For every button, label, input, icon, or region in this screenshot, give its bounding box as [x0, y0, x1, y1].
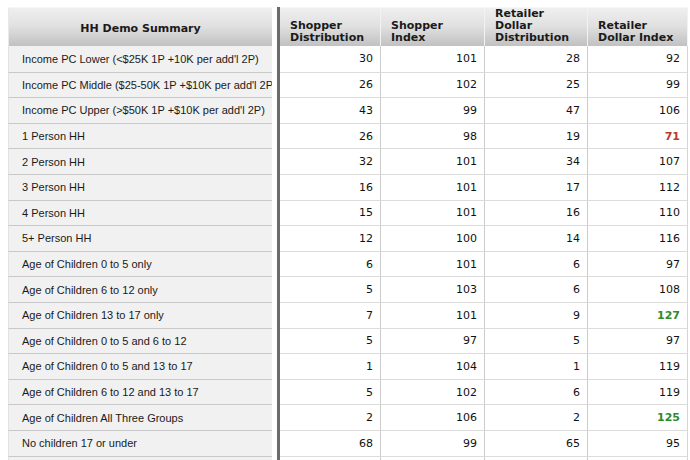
value-cell-retailer-dollar-distribution: 14 — [484, 225, 587, 251]
value-cell-retailer-dollar-index: 119 — [587, 379, 688, 405]
row-label-cell: Age of Children 0 to 5 and 13 to 17 — [8, 353, 272, 379]
value-cell — [484, 456, 587, 460]
value-cell-retailer-dollar-index: 97 — [587, 328, 688, 354]
value-cell-shopper-index: 102 — [380, 72, 484, 98]
value-cell-shopper-distribution: 26 — [280, 72, 380, 98]
column-header-retailer-dollar-distribution[interactable]: Retailer Dollar Distribution — [484, 7, 587, 51]
value-cell-retailer-dollar-distribution: 6 — [484, 379, 587, 405]
value-cell-retailer-dollar-index: 71 — [587, 123, 688, 149]
value-cell — [587, 456, 688, 460]
value-cell-shopper-distribution: 68 — [280, 430, 380, 456]
value-cell-retailer-dollar-distribution: 65 — [484, 430, 587, 456]
value-cell-shopper-index: 106 — [380, 404, 484, 430]
value-cell-shopper-distribution: 1 — [280, 353, 380, 379]
value-cell-retailer-dollar-index: 110 — [587, 200, 688, 226]
value-cell-retailer-dollar-index: 108 — [587, 276, 688, 302]
value-cell — [380, 456, 484, 460]
value-cell-retailer-dollar-distribution: 5 — [484, 328, 587, 354]
value-cell-retailer-dollar-distribution: 6 — [484, 276, 587, 302]
column-header-hh-demo-summary[interactable]: HH Demo Summary — [8, 7, 272, 51]
row-label-cell: 1 Person HH — [8, 123, 272, 149]
value-cell-shopper-distribution: 5 — [280, 328, 380, 354]
value-cell-shopper-index: 101 — [380, 302, 484, 328]
value-cell-shopper-index: 98 — [380, 123, 484, 149]
value-cell-shopper-distribution: 5 — [280, 379, 380, 405]
table-row: Age of Children 6 to 12 and 13 to 17 5 1… — [8, 379, 688, 405]
value-cell-retailer-dollar-distribution: 9 — [484, 302, 587, 328]
table-row: 1 Person HH 26 98 19 71 — [8, 123, 688, 149]
value-cell-retailer-dollar-index: 112 — [587, 174, 688, 200]
table-row: 5+ Person HH 12 100 14 116 — [8, 225, 688, 251]
value-cell-shopper-index: 103 — [380, 276, 484, 302]
value-cell-retailer-dollar-distribution: 34 — [484, 148, 587, 174]
value-cell-shopper-index: 97 — [380, 328, 484, 354]
value-cell-shopper-index: 102 — [380, 379, 484, 405]
table-row: 4 Person HH 15 101 16 110 — [8, 200, 688, 226]
report-page: HH Demo Summary Shopper Distribution Sho… — [0, 0, 690, 460]
row-label-cell: 2 Person HH — [8, 148, 272, 174]
value-cell-shopper-index: 100 — [380, 225, 484, 251]
value-cell-shopper-distribution: 5 — [280, 276, 380, 302]
value-cell-shopper-distribution: 32 — [280, 148, 380, 174]
column-header-shopper-distribution[interactable]: Shopper Distribution — [280, 7, 380, 51]
value-cell-retailer-dollar-index: 92 — [587, 46, 688, 72]
value-cell-shopper-index: 104 — [380, 353, 484, 379]
value-cell-retailer-dollar-index: 97 — [587, 251, 688, 277]
value-cell-shopper-index: 99 — [380, 97, 484, 123]
value-cell-retailer-dollar-distribution: 2 — [484, 404, 587, 430]
hh-demo-summary-table: HH Demo Summary Shopper Distribution Sho… — [8, 7, 688, 460]
table-row: Age of Children All Three Groups 2 106 2… — [8, 404, 688, 430]
table-row: 3 Person HH 16 101 17 112 — [8, 174, 688, 200]
column-header-retailer-dollar-index[interactable]: Retailer Dollar Index — [587, 7, 688, 51]
row-label-cell: 4 Person HH — [8, 200, 272, 226]
value-cell-shopper-distribution: 43 — [280, 97, 380, 123]
table-row: Income PC Lower (<$25K 1P +10K per add'l… — [8, 46, 688, 72]
value-cell-shopper-distribution: 2 — [280, 404, 380, 430]
value-cell — [280, 456, 380, 460]
value-cell-shopper-distribution: 12 — [280, 225, 380, 251]
value-cell-retailer-dollar-index: 125 — [587, 404, 688, 430]
table-row: No children 17 or under 68 99 65 95 — [8, 430, 688, 456]
row-label-cell: Age of Children 0 to 5 only — [8, 251, 272, 277]
value-cell-shopper-index: 101 — [380, 46, 484, 72]
table-row: Age of Children 0 to 5 and 13 to 17 1 10… — [8, 353, 688, 379]
value-cell-shopper-distribution: 6 — [280, 251, 380, 277]
value-cell-shopper-distribution: 7 — [280, 302, 380, 328]
value-cell-retailer-dollar-index: 99 — [587, 72, 688, 98]
row-label-cell: Income PC Middle ($25-50K 1P +$10K per a… — [8, 72, 272, 98]
table-row: Age of Children 0 to 5 only 6 101 6 97 — [8, 251, 688, 277]
value-cell-retailer-dollar-distribution: 6 — [484, 251, 587, 277]
value-cell-shopper-distribution: 30 — [280, 46, 380, 72]
table-header-row: HH Demo Summary Shopper Distribution Sho… — [8, 7, 688, 46]
table-body: Income PC Lower (<$25K 1P +10K per add'l… — [8, 46, 688, 456]
value-cell-retailer-dollar-distribution: 1 — [484, 353, 587, 379]
row-label-cell: Age of Children 6 to 12 and 13 to 17 — [8, 379, 272, 405]
row-label-cell: Age of Children 0 to 5 and 6 to 12 — [8, 328, 272, 354]
value-cell-retailer-dollar-index: 127 — [587, 302, 688, 328]
row-label-cell: Age of Children 13 to 17 only — [8, 302, 272, 328]
row-label-cell: Age of Children 6 to 12 only — [8, 276, 272, 302]
value-cell-retailer-dollar-distribution: 47 — [484, 97, 587, 123]
value-cell-retailer-dollar-distribution: 17 — [484, 174, 587, 200]
table-row: Income PC Middle ($25-50K 1P +$10K per a… — [8, 72, 688, 98]
value-cell-shopper-index: 101 — [380, 251, 484, 277]
value-cell-shopper-index: 99 — [380, 430, 484, 456]
table-row: Income PC Upper (>$50K 1P +$10K per add'… — [8, 97, 688, 123]
value-cell-retailer-dollar-index: 107 — [587, 148, 688, 174]
value-cell-shopper-distribution: 15 — [280, 200, 380, 226]
value-cell-shopper-distribution: 26 — [280, 123, 380, 149]
value-cell-retailer-dollar-distribution: 16 — [484, 200, 587, 226]
table-row: Age of Children 0 to 5 and 6 to 12 5 97 … — [8, 328, 688, 354]
value-cell-retailer-dollar-distribution: 25 — [484, 72, 587, 98]
value-cell-retailer-dollar-index: 116 — [587, 225, 688, 251]
column-header-shopper-index[interactable]: Shopper Index — [380, 7, 484, 51]
value-cell-shopper-index: 101 — [380, 174, 484, 200]
value-cell-shopper-index: 101 — [380, 148, 484, 174]
row-label-cell — [8, 456, 272, 460]
value-cell-retailer-dollar-index: 95 — [587, 430, 688, 456]
row-label-cell: Income PC Upper (>$50K 1P +$10K per add'… — [8, 97, 272, 123]
table-row: Age of Children 13 to 17 only 7 101 9 12… — [8, 302, 688, 328]
table-row: 2 Person HH 32 101 34 107 — [8, 148, 688, 174]
value-cell-retailer-dollar-distribution: 28 — [484, 46, 587, 72]
value-cell-retailer-dollar-index: 119 — [587, 353, 688, 379]
